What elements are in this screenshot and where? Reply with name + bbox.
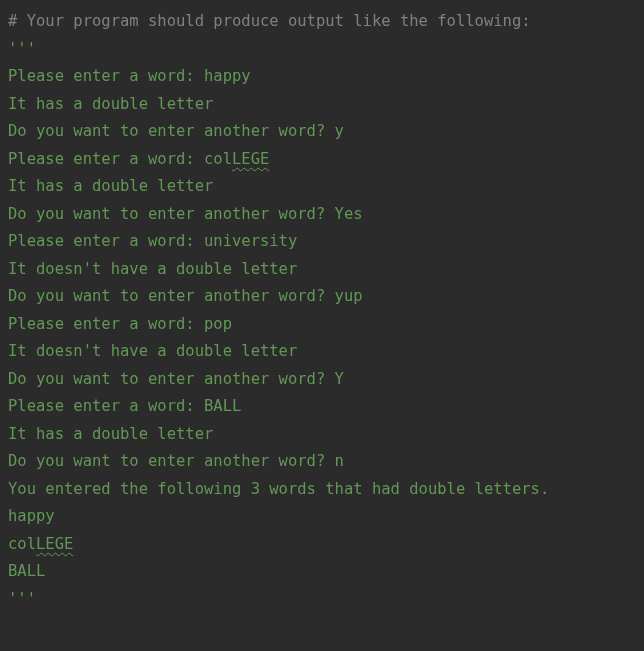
output-text: Please enter a word: university — [8, 232, 297, 250]
output-text: It has a double letter — [8, 95, 213, 113]
code-line-highlighted: colLEGE — [8, 531, 644, 559]
code-line: Do you want to enter another word? Yes — [8, 201, 644, 229]
typo-underline: LEGE — [232, 150, 269, 168]
output-text: Do you want to enter another word? yup — [8, 287, 363, 305]
line-highlight — [0, 531, 644, 559]
code-line: BALL — [8, 558, 644, 586]
code-line: happy — [8, 503, 644, 531]
output-text: Please enter a word: BALL — [8, 397, 241, 415]
output-text: happy — [8, 507, 55, 525]
code-line: It has a double letter — [8, 421, 644, 449]
output-text: Do you want to enter another word? Yes — [8, 205, 363, 223]
code-line: Please enter a word: BALL — [8, 393, 644, 421]
output-text: Please enter a word: pop — [8, 315, 232, 333]
output-text: It has a double letter — [8, 425, 213, 443]
code-line: Please enter a word: pop — [8, 311, 644, 339]
docstring-close: ''' — [8, 590, 36, 608]
code-line-docstring-close: ⌃''' — [8, 586, 644, 614]
code-line: Do you want to enter another word? y — [8, 118, 644, 146]
output-text: Do you want to enter another word? Y — [8, 370, 344, 388]
output-text: col — [8, 535, 36, 553]
code-line: Please enter a word: colLEGE — [8, 146, 644, 174]
code-line: Please enter a word: happy — [8, 63, 644, 91]
code-line: It has a double letter — [8, 91, 644, 119]
code-line: Please enter a word: university — [8, 228, 644, 256]
code-line: It doesn't have a double letter — [8, 338, 644, 366]
comment-text: # Your program should produce output lik… — [8, 12, 531, 30]
output-text: Please enter a word: col — [8, 150, 232, 168]
code-line: Do you want to enter another word? Y — [8, 366, 644, 394]
fold-marker[interactable]: ⌄ — [0, 36, 10, 46]
output-text: BALL — [8, 562, 45, 580]
code-line: It has a double letter — [8, 173, 644, 201]
typo-underline: LEGE — [36, 535, 73, 553]
fold-marker[interactable]: ⌃ — [0, 586, 10, 596]
docstring-open: ''' — [8, 40, 36, 58]
output-text: It has a double letter — [8, 177, 213, 195]
output-text: Do you want to enter another word? n — [8, 452, 344, 470]
output-text: Do you want to enter another word? y — [8, 122, 344, 140]
code-line-docstring-open: ⌄''' — [8, 36, 644, 64]
code-line: It doesn't have a double letter — [8, 256, 644, 284]
code-line: Do you want to enter another word? n — [8, 448, 644, 476]
output-text: It doesn't have a double letter — [8, 342, 297, 360]
output-text: It doesn't have a double letter — [8, 260, 297, 278]
code-line-comment: # Your program should produce output lik… — [8, 8, 644, 36]
code-line: Do you want to enter another word? yup — [8, 283, 644, 311]
output-text: Please enter a word: happy — [8, 67, 251, 85]
output-text: You entered the following 3 words that h… — [8, 480, 549, 498]
code-line: You entered the following 3 words that h… — [8, 476, 644, 504]
